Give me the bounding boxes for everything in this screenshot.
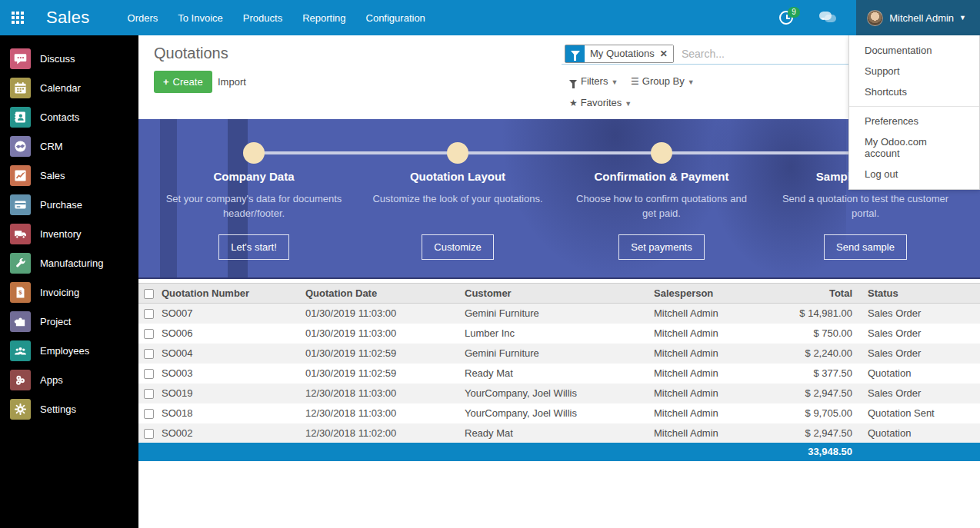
table-row[interactable]: SO00301/30/2019 11:02:59Ready MatMitchel…: [138, 364, 980, 384]
onboarding-step-confirmation-payment: Confirmation & Payment Choose how to con…: [573, 170, 750, 260]
inventory-icon: [10, 224, 31, 244]
star-icon: ★: [569, 98, 578, 108]
send-sample-button[interactable]: Send sample: [824, 234, 907, 260]
filters-dropdown[interactable]: Filters▼: [569, 75, 618, 87]
group-by-icon: ☰: [631, 76, 639, 87]
table-row[interactable]: SO00212/30/2018 11:02:00Ready MatMitchel…: [138, 423, 980, 443]
activity-clock-icon[interactable]: 9: [779, 11, 793, 25]
import-button[interactable]: Import: [218, 76, 246, 88]
messages-icon[interactable]: [819, 12, 836, 24]
onboarding-step-quotation-layout: Quotation Layout Customize the look of y…: [369, 170, 546, 260]
sidebar-item-settings[interactable]: Settings: [0, 394, 138, 423]
menu-reporting[interactable]: Reporting: [294, 8, 354, 28]
col-quotation-date[interactable]: Quotation Date: [305, 284, 465, 304]
sidebar-label: Calendar: [40, 82, 81, 94]
sidebar-item-manufacturing[interactable]: Manufacturing: [0, 248, 138, 277]
table-row[interactable]: SO01812/30/2018 11:03:00YourCompany, Joe…: [138, 403, 980, 423]
menu-divider: [849, 106, 979, 107]
sidebar-item-invoicing[interactable]: $ Invoicing: [0, 277, 138, 307]
sidebar-item-contacts[interactable]: Contacts: [0, 102, 138, 131]
table-row[interactable]: SO00601/30/2019 11:03:00Lumber IncMitche…: [138, 324, 980, 344]
project-icon: [10, 311, 31, 332]
crm-icon: [10, 136, 31, 157]
sidebar-label: Contacts: [40, 111, 79, 123]
sidebar-label: Sales: [40, 170, 65, 181]
sidebar-item-inventory[interactable]: Inventory: [0, 219, 138, 248]
user-menu-button[interactable]: Mitchell Admin ▼: [856, 0, 980, 35]
menu-item-shortcuts[interactable]: Shortcuts: [849, 81, 979, 102]
favorites-dropdown[interactable]: ★Favorites▼: [569, 97, 632, 108]
set-payments-button[interactable]: Set payments: [618, 234, 705, 260]
menu-to-invoice[interactable]: To Invoice: [169, 8, 232, 28]
page-title: Quotations: [154, 45, 228, 62]
onboarding-step-company-data: Company Data Set your company's data for…: [165, 170, 342, 260]
col-total[interactable]: Total: [781, 284, 856, 304]
menu-configuration[interactable]: Configuration: [358, 8, 434, 28]
row-checkbox[interactable]: [144, 409, 154, 419]
sidebar-label: Purchase: [40, 199, 82, 211]
apps-icon: [10, 370, 31, 390]
sidebar-item-crm[interactable]: CRM: [0, 131, 138, 161]
row-checkbox[interactable]: [144, 329, 154, 339]
menu-orders[interactable]: Orders: [119, 8, 167, 28]
select-all-checkbox[interactable]: [144, 289, 154, 299]
sidebar-label: CRM: [40, 141, 63, 152]
sidebar-item-employees[interactable]: Employees: [0, 336, 138, 365]
quotations-table: Quotation Number Quotation Date Customer…: [138, 283, 980, 443]
sidebar-label: Manufacturing: [40, 257, 103, 269]
sidebar-label: Invoicing: [40, 287, 79, 298]
col-salesperson[interactable]: Salesperson: [654, 284, 781, 304]
app-brand[interactable]: Sales: [46, 8, 90, 28]
apps-grid-icon[interactable]: [12, 12, 25, 25]
sidebar-item-calendar[interactable]: Calendar: [0, 73, 138, 102]
sidebar-item-project[interactable]: Project: [0, 307, 138, 336]
menu-item-support[interactable]: Support: [849, 61, 979, 81]
topbar-right: 9 Mitchell Admin ▼: [779, 0, 980, 35]
table-row[interactable]: SO01912/30/2018 11:03:00YourCompany, Joe…: [138, 384, 980, 403]
menu-item-odoo-account[interactable]: My Odoo.com account: [849, 131, 979, 164]
odoo-sales-app: Sales Orders To Invoice Products Reporti…: [0, 0, 980, 528]
top-navbar: Sales Orders To Invoice Products Reporti…: [0, 0, 980, 35]
invoicing-icon: $: [10, 282, 31, 303]
sidebar-item-apps[interactable]: Apps: [0, 365, 138, 394]
row-checkbox[interactable]: [144, 429, 154, 439]
sidebar-item-discuss[interactable]: Discuss: [0, 44, 138, 73]
grand-total: 33,948.50: [808, 446, 852, 457]
group-by-dropdown[interactable]: ☰Group By▼: [631, 75, 695, 87]
col-customer[interactable]: Customer: [465, 284, 654, 304]
sidebar-item-sales[interactable]: Sales: [0, 161, 138, 190]
row-checkbox[interactable]: [144, 369, 154, 379]
menu-item-preferences[interactable]: Preferences: [849, 111, 979, 131]
search-input[interactable]: Search...: [682, 48, 725, 60]
col-quotation-number[interactable]: Quotation Number: [162, 284, 305, 304]
purchase-icon: [10, 194, 31, 215]
sidebar-label: Project: [40, 316, 71, 327]
sidebar-label: Employees: [40, 345, 89, 357]
plus-icon: +: [163, 76, 169, 88]
facet-label: My Quotations: [590, 48, 655, 59]
filter-funnel-icon: [565, 45, 585, 62]
employees-icon: [10, 340, 31, 361]
step-dot-2: [447, 142, 468, 164]
menu-item-logout[interactable]: Log out: [849, 164, 979, 184]
row-checkbox[interactable]: [144, 389, 154, 399]
lets-start-button[interactable]: Let's start!: [218, 234, 289, 260]
menu-item-documentation[interactable]: Documentation: [849, 40, 979, 61]
row-checkbox[interactable]: [144, 309, 154, 319]
calendar-icon: [10, 78, 31, 98]
row-checkbox[interactable]: [144, 349, 154, 359]
funnel-icon: [569, 80, 577, 85]
table-row[interactable]: SO00401/30/2019 11:02:59Gemini Furniture…: [138, 344, 980, 364]
col-status[interactable]: Status: [856, 284, 980, 304]
user-dropdown-menu: Documentation Support Shortcuts Preferen…: [848, 35, 980, 190]
discuss-icon: [10, 48, 31, 69]
facet-remove-icon[interactable]: ✕: [660, 48, 668, 59]
svg-text:$: $: [18, 289, 22, 296]
table-row[interactable]: SO00701/30/2019 11:03:00Gemini Furniture…: [138, 304, 980, 324]
sidebar-item-purchase[interactable]: Purchase: [0, 190, 138, 219]
create-button[interactable]: +Create: [154, 71, 212, 93]
search-facet: My Quotations ✕: [565, 45, 674, 63]
customize-button[interactable]: Customize: [422, 234, 493, 260]
menu-products[interactable]: Products: [235, 8, 291, 28]
chevron-down-icon: ▼: [959, 14, 966, 22]
